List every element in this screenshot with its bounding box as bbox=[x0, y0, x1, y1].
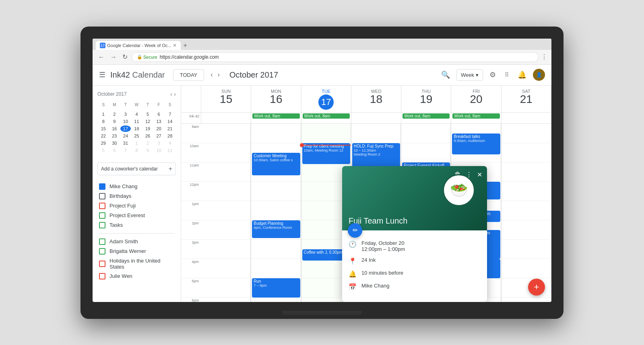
time-slot[interactable] bbox=[201, 182, 251, 201]
time-slot[interactable] bbox=[201, 124, 251, 143]
mini-cal-day[interactable]: 7 bbox=[120, 147, 131, 154]
time-slot[interactable] bbox=[502, 298, 551, 302]
address-bar[interactable]: 🔒 Secure https://calendar.google.com bbox=[132, 52, 539, 62]
mini-cal-day[interactable]: 29 bbox=[98, 140, 109, 146]
time-slot[interactable] bbox=[251, 240, 301, 259]
prev-week-button[interactable]: ‹ bbox=[209, 70, 214, 80]
mini-cal-day[interactable]: 12 bbox=[142, 118, 153, 125]
mini-cal-day[interactable]: 3 bbox=[120, 111, 131, 117]
mini-cal-day[interactable]: 2 bbox=[142, 140, 153, 146]
allday-tue[interactable]: Work out, 8am bbox=[301, 113, 351, 123]
user-avatar[interactable]: 👤 bbox=[533, 69, 545, 81]
time-slot[interactable] bbox=[201, 259, 251, 278]
calendar-checkbox[interactable] bbox=[99, 238, 105, 245]
mini-cal-day[interactable]: 27 bbox=[154, 133, 164, 139]
mini-cal-day[interactable]: 6 bbox=[154, 111, 164, 117]
calendar-item-julie-wen[interactable]: Julie Wen bbox=[93, 271, 181, 281]
calendar-checkbox[interactable]: ✓ bbox=[99, 183, 105, 190]
mini-cal-prev[interactable]: ‹ bbox=[170, 91, 172, 97]
calendar-item-project-everest[interactable]: Project Everest bbox=[93, 211, 181, 220]
time-slot[interactable] bbox=[502, 220, 551, 240]
time-slot[interactable] bbox=[251, 298, 301, 302]
new-tab-button[interactable]: + bbox=[183, 42, 187, 49]
mini-cal-day[interactable] bbox=[132, 109, 142, 110]
day-col-sat[interactable] bbox=[502, 124, 551, 302]
day-col-sun[interactable] bbox=[201, 124, 251, 302]
more-options-icon[interactable]: ⋮ bbox=[541, 53, 547, 61]
notifications-button[interactable]: 🔔 bbox=[515, 68, 529, 82]
today-button[interactable]: TODAY bbox=[173, 69, 204, 81]
mini-cal-day[interactable]: 20 bbox=[154, 125, 164, 132]
mini-cal-day[interactable]: 9 bbox=[142, 147, 153, 154]
calendar-checkbox[interactable] bbox=[99, 222, 105, 228]
mini-cal-day[interactable]: 3 bbox=[154, 140, 164, 146]
tab-close-btn[interactable]: ✕ bbox=[173, 43, 177, 48]
time-slot[interactable] bbox=[201, 162, 251, 182]
event-run[interactable]: Run 7 – 8pm bbox=[252, 278, 300, 298]
allday-fri[interactable]: Work out, 8am bbox=[451, 113, 501, 123]
mini-cal-day[interactable]: 30 bbox=[109, 140, 120, 146]
mini-cal-day[interactable]: 31 bbox=[120, 140, 131, 146]
calendar-item-brigatta-werner[interactable]: Brigatta Werner bbox=[93, 246, 181, 256]
allday-event[interactable]: Work out, 8am bbox=[303, 113, 350, 119]
allday-mon[interactable]: Work out, 8am bbox=[251, 113, 301, 123]
calendar-item-project-fuji[interactable]: Project Fuji bbox=[93, 201, 181, 211]
search-button[interactable]: 🔍 bbox=[439, 68, 452, 82]
time-slot[interactable] bbox=[401, 143, 451, 162]
mini-cal-day[interactable]: 23 bbox=[109, 133, 120, 139]
mini-cal-day[interactable]: 2 bbox=[109, 111, 120, 117]
mini-cal-day[interactable] bbox=[165, 109, 175, 110]
mini-cal-day[interactable]: 1 bbox=[132, 140, 142, 146]
mini-cal-day[interactable]: 13 bbox=[154, 118, 164, 125]
browser-tab[interactable]: 17 Google Calendar - Week of Oc... ✕ bbox=[96, 41, 181, 50]
mini-cal-day[interactable]: 14 bbox=[165, 118, 175, 125]
mini-cal-next[interactable]: › bbox=[174, 91, 176, 97]
event-customer-meeting[interactable]: Customer Meeting 10:30am, Salon coffee s bbox=[252, 153, 300, 175]
popup-close-button[interactable]: ✕ bbox=[475, 169, 484, 180]
next-week-button[interactable]: › bbox=[216, 70, 221, 80]
view-selector[interactable]: Week ▾ bbox=[456, 69, 483, 81]
time-slot[interactable] bbox=[401, 124, 451, 143]
mini-cal-day[interactable]: 18 bbox=[132, 125, 142, 132]
time-slot[interactable] bbox=[301, 124, 351, 143]
mini-cal-day[interactable]: 4 bbox=[132, 111, 142, 117]
mini-cal-day[interactable]: 25 bbox=[132, 133, 142, 139]
mini-cal-day[interactable]: 10 bbox=[154, 147, 164, 154]
time-slot[interactable] bbox=[502, 259, 551, 278]
time-slot[interactable] bbox=[502, 124, 551, 143]
mini-cal-day[interactable]: 24 bbox=[120, 133, 131, 139]
calendar-item-holidays[interactable]: Holidays in the United States bbox=[93, 256, 181, 271]
calendar-checkbox[interactable] bbox=[99, 193, 105, 199]
mini-cal-day[interactable]: 11 bbox=[165, 147, 175, 154]
event-breakfast-talks[interactable]: Breakfast talks 9:30am, Auditorium bbox=[452, 133, 500, 154]
mini-cal-day[interactable]: 8 bbox=[132, 147, 142, 154]
mini-cal-day[interactable]: 5 bbox=[98, 147, 109, 154]
time-slot[interactable] bbox=[201, 220, 251, 240]
mini-cal-day[interactable] bbox=[109, 109, 120, 110]
popup-edit-button[interactable]: ✏ bbox=[348, 223, 362, 238]
mini-cal-day[interactable]: 7 bbox=[165, 111, 175, 117]
event-budget-planning[interactable]: Budget Planning 4pm, Conference Room bbox=[252, 220, 300, 238]
mini-cal-day[interactable]: 15 bbox=[98, 125, 109, 132]
time-slot[interactable] bbox=[502, 182, 551, 201]
mini-cal-day[interactable] bbox=[120, 109, 131, 110]
calendar-checkbox[interactable] bbox=[99, 203, 105, 209]
mini-cal-day[interactable]: 6 bbox=[109, 147, 120, 154]
mini-cal-day[interactable]: 16 bbox=[109, 125, 120, 132]
calendar-checkbox[interactable] bbox=[99, 212, 105, 219]
add-coworker-calendar[interactable]: Add a coworker's calendar + bbox=[97, 162, 176, 175]
mini-cal-day[interactable]: 26 bbox=[142, 133, 153, 139]
allday-event[interactable]: Work out, 8am bbox=[252, 113, 299, 119]
allday-sat[interactable] bbox=[502, 113, 551, 123]
allday-event[interactable]: Work out, 8am bbox=[402, 113, 450, 119]
allday-sun[interactable] bbox=[201, 113, 251, 123]
calendar-item-birthdays[interactable]: Birthdays bbox=[93, 191, 181, 201]
time-slot[interactable] bbox=[502, 162, 551, 182]
mini-cal-day[interactable]: 8 bbox=[98, 118, 109, 125]
calendar-item-adam-smith[interactable]: Adam Smith bbox=[93, 237, 181, 246]
day-col-mon[interactable]: Customer Meeting 10:30am, Salon coffee s… bbox=[251, 124, 301, 302]
settings-button[interactable]: ⚙ bbox=[487, 68, 498, 82]
time-slot[interactable] bbox=[201, 298, 251, 302]
time-slot[interactable] bbox=[502, 240, 551, 259]
allday-event[interactable]: Work out, 8am bbox=[452, 113, 500, 119]
